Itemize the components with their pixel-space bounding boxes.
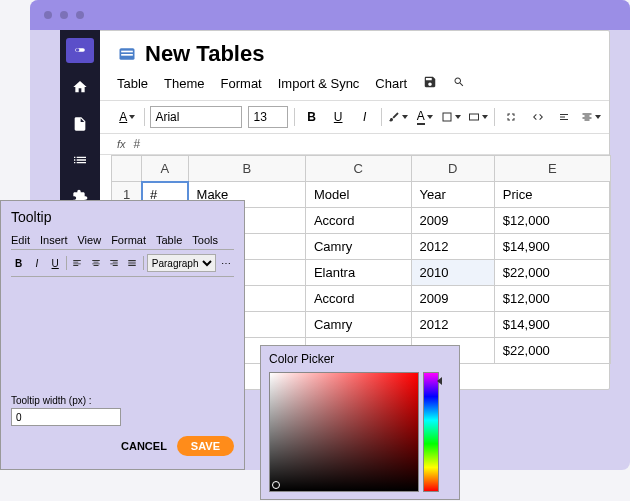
tooltip-menu-edit[interactable]: Edit xyxy=(11,234,30,246)
cancel-button[interactable]: CANCEL xyxy=(121,440,167,452)
menu-theme[interactable]: Theme xyxy=(164,76,204,91)
formula-bar: fx # xyxy=(61,134,609,155)
tooltip-align-right[interactable] xyxy=(106,255,121,271)
cell[interactable]: Camry xyxy=(305,312,411,338)
save-icon[interactable] xyxy=(423,75,437,92)
cell[interactable]: Accord xyxy=(305,286,411,312)
cell[interactable]: $22,000 xyxy=(494,338,610,364)
cell[interactable]: Camry xyxy=(305,234,411,260)
font-size-input[interactable] xyxy=(248,106,288,128)
color-picker-title: Color Picker xyxy=(269,352,451,366)
italic-button[interactable]: I xyxy=(354,106,375,128)
column-header[interactable]: B xyxy=(188,156,305,182)
cell[interactable]: 2012 xyxy=(411,312,494,338)
cell[interactable]: $12,000 xyxy=(494,286,610,312)
merge-button[interactable] xyxy=(467,106,488,128)
cell[interactable]: Accord xyxy=(305,208,411,234)
toolbar: A B U I A xyxy=(61,101,609,134)
svg-rect-2 xyxy=(121,54,133,56)
align-button[interactable] xyxy=(580,106,601,128)
underline-button[interactable]: U xyxy=(328,106,349,128)
tooltip-width-input[interactable] xyxy=(11,408,121,426)
tooltip-menu-view[interactable]: View xyxy=(77,234,101,246)
tooltip-underline[interactable]: U xyxy=(48,255,63,271)
tooltip-panel: Tooltip Edit Insert View Format Table To… xyxy=(0,200,245,470)
color-hue-slider[interactable] xyxy=(423,372,439,492)
tooltip-align-center[interactable] xyxy=(88,255,103,271)
tooltip-align-left[interactable] xyxy=(70,255,85,271)
tooltip-menu-format[interactable]: Format xyxy=(111,234,146,246)
column-header[interactable]: D xyxy=(411,156,494,182)
tooltip-bold[interactable]: B xyxy=(11,255,26,271)
table-doc-icon xyxy=(117,44,137,64)
cell[interactable]: Model xyxy=(305,182,411,208)
sidebar-home[interactable] xyxy=(66,75,94,100)
cell[interactable]: 2009 xyxy=(411,286,494,312)
font-color-dropdown[interactable]: A xyxy=(117,106,138,128)
svg-rect-1 xyxy=(121,51,133,53)
menu-format[interactable]: Format xyxy=(221,76,262,91)
menu-import-sync[interactable]: Import & Sync xyxy=(278,76,360,91)
tooltip-paragraph-select[interactable]: Paragraph xyxy=(147,254,216,272)
cell[interactable]: Elantra xyxy=(305,260,411,286)
cell[interactable]: $14,900 xyxy=(494,312,610,338)
sidebar-toggle[interactable] xyxy=(66,38,94,63)
cell[interactable]: 2010 xyxy=(411,260,494,286)
border-button[interactable] xyxy=(441,106,462,128)
menu-chart[interactable]: Chart xyxy=(375,76,407,91)
sidebar-document[interactable] xyxy=(66,111,94,136)
bold-button[interactable]: B xyxy=(301,106,322,128)
cell[interactable]: Year xyxy=(411,182,494,208)
save-button[interactable]: SAVE xyxy=(177,436,234,456)
search-icon[interactable] xyxy=(453,76,465,91)
cell[interactable]: $14,900 xyxy=(494,234,610,260)
fx-label: fx xyxy=(117,138,126,150)
tooltip-more[interactable]: ⋯ xyxy=(219,255,234,271)
window-titlebar xyxy=(30,0,630,30)
fx-value[interactable]: # xyxy=(134,137,141,151)
sidebar-list[interactable] xyxy=(66,148,94,173)
wrap-button[interactable] xyxy=(554,106,575,128)
cell[interactable]: $12,000 xyxy=(494,208,610,234)
code-button[interactable] xyxy=(527,106,548,128)
cell[interactable]: $22,000 xyxy=(494,260,610,286)
svg-rect-3 xyxy=(469,114,478,120)
cell[interactable]: 2009 xyxy=(411,208,494,234)
color-picker-panel: Color Picker xyxy=(260,345,460,500)
font-family-select[interactable] xyxy=(150,106,242,128)
fullscreen-button[interactable] xyxy=(501,106,522,128)
text-color-button[interactable]: A xyxy=(414,106,435,128)
tooltip-menu-tools[interactable]: Tools xyxy=(192,234,218,246)
tooltip-italic[interactable]: I xyxy=(29,255,44,271)
tooltip-editor[interactable] xyxy=(11,279,234,389)
column-header[interactable]: E xyxy=(494,156,610,182)
color-satval-area[interactable] xyxy=(269,372,419,492)
fill-color-button[interactable] xyxy=(388,106,409,128)
tooltip-panel-title: Tooltip xyxy=(11,209,234,225)
menu-table[interactable]: Table xyxy=(117,76,148,91)
cell[interactable]: Price xyxy=(494,182,610,208)
column-header[interactable]: A xyxy=(142,156,189,182)
tooltip-width-label: Tooltip width (px) : xyxy=(11,395,234,406)
tooltip-menu-table[interactable]: Table xyxy=(156,234,182,246)
column-header[interactable]: C xyxy=(305,156,411,182)
page-title: New Tables xyxy=(145,41,264,67)
cell[interactable]: 2012 xyxy=(411,234,494,260)
column-header[interactable] xyxy=(112,156,142,182)
tooltip-menu-insert[interactable]: Insert xyxy=(40,234,68,246)
tooltip-align-justify[interactable] xyxy=(125,255,140,271)
menubar: Table Theme Format Import & Sync Chart xyxy=(61,71,609,101)
